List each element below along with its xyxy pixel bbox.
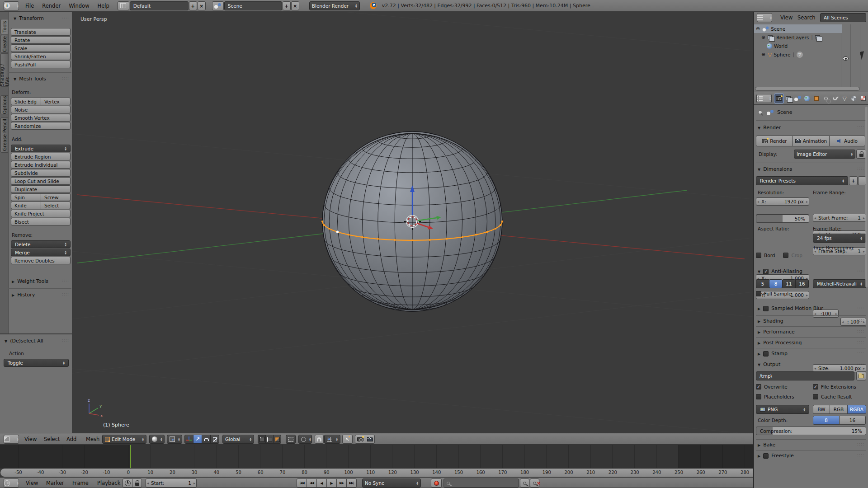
panel-drag-dots[interactable]	[857, 125, 864, 129]
panel-drag-dots[interactable]	[62, 76, 69, 80]
panel-drag-dots[interactable]	[857, 268, 864, 273]
full-sample-checkbox[interactable]	[756, 291, 761, 296]
render-still-button[interactable]: Render	[756, 136, 793, 146]
expand-icon[interactable]	[761, 52, 765, 57]
vertex-select-button[interactable]	[258, 435, 266, 444]
border-checkbox[interactable]	[756, 253, 761, 258]
panel-drag-dots[interactable]	[62, 278, 69, 283]
editor-type-button-properties[interactable]	[756, 94, 772, 103]
panel-header-bake[interactable]: Bake	[758, 442, 775, 448]
add-layout-button[interactable]	[189, 1, 197, 10]
tab-world[interactable]	[802, 94, 812, 103]
viewport-3d[interactable]: z y x	[72, 12, 753, 433]
tool-knife[interactable]: Knife	[11, 202, 41, 209]
file-format-dropdown[interactable]: PNG	[756, 405, 809, 414]
tool-bisect[interactable]: Bisect	[11, 218, 71, 225]
editor-type-button-timeline[interactable]	[4, 479, 19, 488]
snap-element-dropdown[interactable]	[324, 435, 340, 444]
panel-header-motion-blur[interactable]: Sampled Motion Blur	[758, 305, 823, 311]
viewport-shading-dropdown[interactable]	[149, 435, 165, 444]
display-lock-button[interactable]	[856, 150, 866, 159]
snap-target-button[interactable]	[342, 435, 353, 444]
panel-drag-dots[interactable]	[62, 338, 69, 343]
viewport-menu-view[interactable]: View	[24, 436, 38, 442]
tool-extrude-region[interactable]: Extrude Region	[11, 153, 71, 160]
resolution-percentage-slider[interactable]: 50%	[756, 215, 809, 223]
outliner-row-world[interactable]: World	[754, 42, 868, 50]
outliner-menu-search[interactable]: Search	[797, 14, 816, 21]
tool-noise[interactable]: Noise	[11, 106, 71, 113]
render-engine-dropdown[interactable]: Blender Render	[309, 1, 360, 10]
tool-spin[interactable]: Spin	[11, 193, 41, 201]
color-rgb-button[interactable]: RGB	[830, 405, 848, 414]
add-scene-button[interactable]	[283, 1, 291, 10]
panel-header-mesh-tools[interactable]: Mesh Tools	[14, 76, 46, 82]
jump-to-end-button[interactable]: ▶▶|	[346, 479, 357, 488]
face-select-button[interactable]	[273, 435, 281, 444]
transform-orientation-dropdown[interactable]: Global	[222, 435, 254, 444]
timeline-menu-marker[interactable]: Marker	[45, 480, 65, 486]
anti-aliasing-checkbox[interactable]	[763, 269, 769, 274]
tool-extrude-individual[interactable]: Extrude Individual	[11, 161, 71, 169]
panel-header-shading[interactable]: Shading	[758, 318, 783, 324]
tab-render-layers[interactable]	[783, 94, 793, 103]
panel-header-transform[interactable]: Transform	[14, 15, 44, 21]
tool-extrude-menu[interactable]: Extrude	[11, 145, 71, 152]
auto-keyframe-button[interactable]	[431, 479, 442, 488]
lock-time-button[interactable]	[132, 479, 142, 488]
tool-subdivide[interactable]: Subdivide	[11, 169, 71, 177]
snap-toggle-button[interactable]	[315, 435, 324, 444]
editor-type-button-3dview[interactable]	[4, 435, 19, 444]
panel-drag-dots[interactable]	[857, 166, 864, 171]
manipulator-translate-button[interactable]	[193, 435, 202, 444]
tool-knife-select[interactable]: Select	[41, 202, 71, 209]
play-button[interactable]: ▶	[326, 479, 337, 488]
opengl-render-anim-button[interactable]	[365, 435, 375, 444]
tool-push-pull[interactable]: Push/Pull	[11, 61, 71, 68]
tool-smooth-vertex[interactable]: Smooth Vertex	[11, 114, 71, 122]
manipulator-scale-button[interactable]	[210, 435, 219, 444]
pin-icon[interactable]	[758, 110, 763, 115]
panel-header-post-processing[interactable]: Post Processing	[758, 340, 802, 346]
region-divider[interactable]	[0, 333, 72, 334]
tool-randomize[interactable]: Randomize	[11, 122, 71, 130]
shelf-tab-grease-pencil[interactable]: Grease Pencil	[0, 117, 8, 153]
panel-drag-dots[interactable]	[857, 329, 864, 333]
panel-header-freestyle[interactable]: Freestyle	[758, 453, 794, 459]
overwrite-checkbox[interactable]	[756, 384, 761, 389]
compression-slider[interactable]: Compression:15%	[756, 427, 866, 435]
collapse-icon[interactable]	[756, 26, 760, 31]
viewport-menu-mesh[interactable]: Mesh	[85, 436, 100, 442]
outliner-row-renderlayers[interactable]: RenderLayers |	[754, 33, 868, 42]
render-display-dropdown[interactable]: Image Editor	[794, 150, 855, 159]
panel-drag-dots[interactable]	[857, 442, 864, 446]
shelf-tab-shading-uvs[interactable]: Shading / UVs	[0, 53, 8, 87]
panel-header-render[interactable]: Render	[758, 125, 781, 131]
outliner-menu-view[interactable]: View	[779, 14, 793, 21]
proportional-edit-dropdown[interactable]	[298, 435, 312, 444]
mode-dropdown[interactable]: Edit Mode	[102, 435, 146, 444]
tool-slide-vertex[interactable]: Vertex	[41, 98, 71, 105]
cache-result-checkbox[interactable]	[813, 394, 818, 399]
tab-material[interactable]	[849, 94, 859, 103]
properties-vscrollbar[interactable]	[865, 107, 868, 287]
menu-render[interactable]: Render	[41, 3, 61, 9]
tab-scene[interactable]	[793, 94, 802, 103]
crop-checkbox[interactable]	[783, 253, 788, 258]
play-reverse-button[interactable]: ◀	[316, 479, 327, 488]
tab-object-data[interactable]	[840, 94, 849, 103]
outliner-scope-dropdown[interactable]: All Scenes	[820, 13, 866, 22]
shelf-tab-create[interactable]: Create	[0, 35, 8, 53]
viewport-menu-select[interactable]: Select	[43, 436, 61, 442]
panel-drag-dots[interactable]	[857, 318, 864, 323]
color-rgba-button[interactable]: RGBA	[847, 405, 866, 414]
panel-drag-dots[interactable]	[62, 15, 69, 20]
layout-browse-button[interactable]	[118, 1, 129, 10]
timeline-menu-playback[interactable]: Playback	[96, 480, 121, 486]
panel-drag-dots[interactable]	[62, 292, 69, 296]
depth-16-button[interactable]: 16	[839, 416, 866, 425]
aa-samples-5[interactable]: 5	[756, 279, 769, 288]
browse-output-button[interactable]	[856, 371, 866, 380]
frame-rate-dropdown[interactable]: 24 fps	[813, 234, 866, 243]
layout-name-field[interactable]: Default	[130, 1, 189, 10]
